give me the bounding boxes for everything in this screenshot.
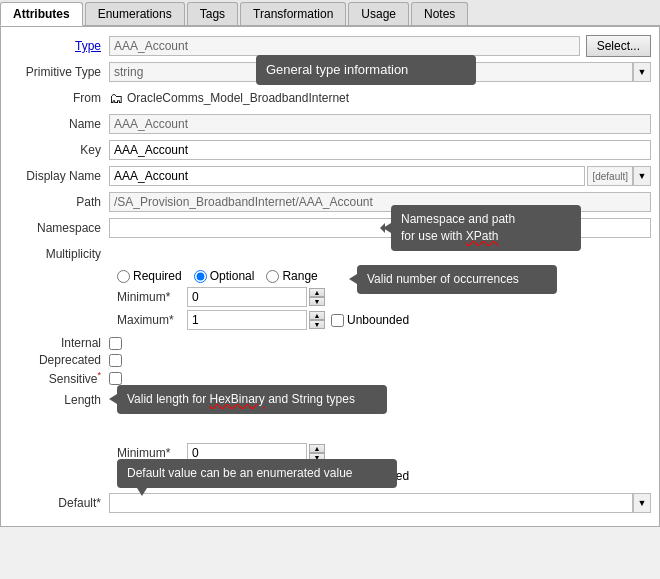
required-label: Required: [133, 269, 182, 283]
default-badge: [default]: [587, 166, 633, 186]
default-dropdown-icon[interactable]: ▼: [633, 493, 651, 513]
optional-radio-item: Optional: [194, 269, 255, 283]
length-minimum-label: Minimum*: [117, 446, 187, 460]
minimum-input[interactable]: [187, 287, 307, 307]
default-input[interactable]: [109, 493, 633, 513]
tab-transformation[interactable]: Transformation: [240, 2, 346, 25]
minimum-row: Minimum* ▲ ▼: [117, 287, 651, 307]
maximum-row: Maximum* ▲ ▼ Unbounded: [117, 310, 651, 330]
key-row: Key: [9, 139, 651, 161]
name-label: Name: [9, 117, 109, 131]
unbounded-label: Unbounded: [347, 313, 409, 327]
display-name-label: Display Name: [9, 169, 109, 183]
tab-notes[interactable]: Notes: [411, 2, 468, 25]
maximum-up-btn[interactable]: ▲: [309, 311, 325, 320]
sensitive-checkbox[interactable]: [109, 372, 122, 385]
length-min-up-btn[interactable]: ▲: [309, 444, 325, 453]
from-row: From 🗂 OracleComms_Model_BroadbandIntern…: [9, 87, 651, 109]
length-minimum-spinner: ▲ ▼: [309, 444, 325, 462]
maximum-unbounded-checkbox[interactable]: [331, 314, 344, 327]
length-max-down-btn[interactable]: ▼: [309, 476, 325, 485]
path-row: Path: [9, 191, 651, 213]
primitive-type-wrapper: ▼: [109, 62, 651, 82]
display-name-wrapper: [default] ▼: [109, 166, 651, 186]
length-minimum-input[interactable]: [187, 443, 307, 463]
sensitive-label: Sensitive*: [9, 370, 109, 386]
length-section: Length Valid length for HexBinary and St…: [9, 389, 651, 486]
required-radio-item: Required: [117, 269, 182, 283]
maximum-down-btn[interactable]: ▼: [309, 320, 325, 329]
maximum-label: Maximum*: [117, 313, 187, 327]
namespace-input[interactable]: [109, 218, 651, 238]
tab-bar: Attributes Enumerations Tags Transformat…: [0, 0, 660, 26]
length-maximum-label: Maximum*: [117, 469, 187, 483]
minimum-down-btn[interactable]: ▼: [309, 297, 325, 306]
minimum-up-btn[interactable]: ▲: [309, 288, 325, 297]
type-row: Type Select...: [9, 35, 651, 57]
length-max-up-btn[interactable]: ▲: [309, 467, 325, 476]
deprecated-row: Deprecated: [9, 353, 651, 367]
tab-enumerations[interactable]: Enumerations: [85, 2, 185, 25]
length-unbounded: Unbounded: [331, 469, 409, 483]
table-icon: 🗂: [109, 90, 123, 106]
optional-radio[interactable]: [194, 270, 207, 283]
key-input[interactable]: [109, 140, 651, 160]
from-value: OracleComms_Model_BroadbandInternet: [127, 91, 349, 105]
namespace-row: Namespace: [9, 217, 651, 239]
length-minimum-row: Minimum* ▲ ▼: [117, 443, 651, 463]
radio-row: Required Optional Range Valid number of …: [117, 269, 651, 283]
key-label: Key: [9, 143, 109, 157]
sensitive-row: Sensitive*: [9, 370, 651, 386]
range-radio[interactable]: [266, 270, 279, 283]
tab-attributes[interactable]: Attributes: [0, 2, 83, 26]
main-content: Type Select... General type information …: [0, 26, 660, 527]
tab-tags[interactable]: Tags: [187, 2, 238, 25]
primitive-type-input[interactable]: [109, 62, 633, 82]
internal-checkbox[interactable]: [109, 337, 122, 350]
maximum-input[interactable]: [187, 310, 307, 330]
path-input[interactable]: [109, 192, 651, 212]
path-label: Path: [9, 195, 109, 209]
default-label: Default*: [9, 496, 109, 510]
length-min-down-btn[interactable]: ▼: [309, 453, 325, 462]
type-input[interactable]: [109, 36, 580, 56]
length-label-row: Length: [9, 389, 651, 411]
namespace-label: Namespace: [9, 221, 109, 235]
length-unbounded-label: Unbounded: [347, 469, 409, 483]
checkbox-section: Internal Deprecated Sensitive*: [9, 336, 651, 386]
display-name-input[interactable]: [109, 166, 585, 186]
internal-row: Internal: [9, 336, 651, 350]
sensitive-asterisk: *: [97, 370, 101, 380]
minimum-spinner: ▲ ▼: [309, 288, 325, 306]
display-name-row: Display Name [default] ▼: [9, 165, 651, 187]
name-input[interactable]: [109, 114, 651, 134]
primitive-type-label: Primitive Type: [9, 65, 109, 79]
minimum-label: Minimum*: [117, 290, 187, 304]
select-button[interactable]: Select...: [586, 35, 651, 57]
deprecated-label: Deprecated: [9, 353, 109, 367]
length-maximum-input[interactable]: [187, 466, 307, 486]
multiplicity-label-row: Multiplicity: [9, 243, 651, 265]
name-row: Name: [9, 113, 651, 135]
optional-label: Optional: [210, 269, 255, 283]
display-name-dropdown-icon[interactable]: ▼: [633, 166, 651, 186]
maximum-spinner: ▲ ▼: [309, 311, 325, 329]
default-row: Default* ▼ Default value can be an enume…: [9, 492, 651, 514]
tab-usage[interactable]: Usage: [348, 2, 409, 25]
length-label: Length: [9, 393, 109, 407]
range-radio-item: Range: [266, 269, 317, 283]
range-label: Range: [282, 269, 317, 283]
tooltip-arrow-left: [349, 274, 357, 284]
length-maximum-spinner: ▲ ▼: [309, 467, 325, 485]
required-radio[interactable]: [117, 270, 130, 283]
length-maximum-row: Maximum* ▲ ▼ Unbounded: [117, 466, 651, 486]
deprecated-checkbox[interactable]: [109, 354, 122, 367]
type-label[interactable]: Type: [9, 39, 109, 53]
length-unbounded-checkbox[interactable]: [331, 470, 344, 483]
from-label: From: [9, 91, 109, 105]
maximum-unbounded: Unbounded: [331, 313, 409, 327]
internal-label: Internal: [9, 336, 109, 350]
primitive-type-row: Primitive Type ▼: [9, 61, 651, 83]
multiplicity-label: Multiplicity: [9, 247, 109, 261]
